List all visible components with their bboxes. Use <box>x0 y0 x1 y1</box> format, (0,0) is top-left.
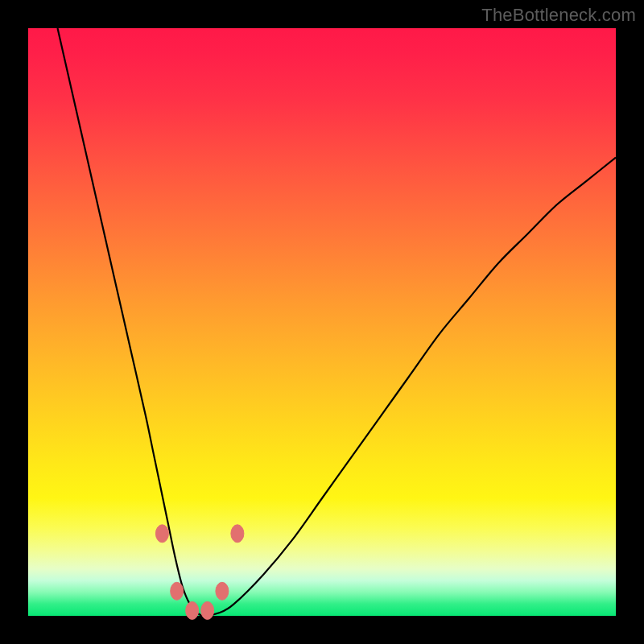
curve-marker <box>231 525 244 543</box>
chart-frame: TheBottleneck.com <box>0 0 644 644</box>
curve-marker <box>186 601 199 619</box>
curve-marker <box>216 582 229 600</box>
curve-svg <box>28 28 616 616</box>
curve-marker <box>155 525 168 543</box>
plot-area <box>28 28 616 616</box>
curve-marker <box>171 582 184 600</box>
curve-markers <box>155 525 243 620</box>
curve-marker <box>201 601 214 619</box>
watermark-text: TheBottleneck.com <box>481 5 636 26</box>
bottleneck-curve <box>58 28 617 616</box>
